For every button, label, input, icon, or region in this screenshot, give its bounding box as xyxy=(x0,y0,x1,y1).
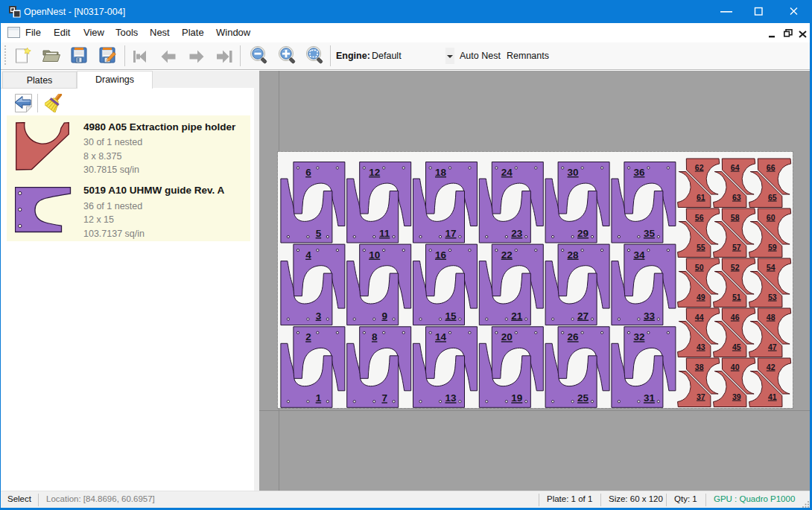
svg-text:16: 16 xyxy=(435,249,447,261)
svg-text:60: 60 xyxy=(767,213,775,222)
svg-text:12: 12 xyxy=(369,167,380,178)
svg-text:22: 22 xyxy=(501,249,513,261)
svg-text:54: 54 xyxy=(767,263,775,272)
svg-text:52: 52 xyxy=(731,263,740,272)
svg-text:28: 28 xyxy=(568,249,580,261)
svg-text:47: 47 xyxy=(768,342,777,351)
svg-text:63: 63 xyxy=(732,193,741,202)
svg-text:1: 1 xyxy=(316,392,322,404)
svg-text:5: 5 xyxy=(316,228,322,239)
svg-text:58: 58 xyxy=(731,213,740,222)
svg-text:48: 48 xyxy=(767,313,775,322)
svg-text:64: 64 xyxy=(731,163,740,172)
svg-text:61: 61 xyxy=(697,193,705,202)
svg-text:35: 35 xyxy=(644,228,656,239)
svg-text:4: 4 xyxy=(305,249,311,261)
svg-text:26: 26 xyxy=(568,331,580,342)
svg-text:39: 39 xyxy=(732,392,741,401)
svg-text:19: 19 xyxy=(511,392,522,404)
svg-text:56: 56 xyxy=(695,213,704,222)
svg-text:44: 44 xyxy=(695,313,704,322)
svg-text:57: 57 xyxy=(732,243,741,252)
svg-text:21: 21 xyxy=(511,310,523,322)
svg-text:66: 66 xyxy=(767,163,775,172)
svg-text:53: 53 xyxy=(768,293,777,302)
svg-text:62: 62 xyxy=(695,163,704,172)
svg-text:59: 59 xyxy=(768,243,777,252)
svg-text:14: 14 xyxy=(435,331,447,342)
svg-text:25: 25 xyxy=(577,392,589,404)
svg-text:38: 38 xyxy=(695,363,704,372)
svg-text:18: 18 xyxy=(435,167,447,178)
svg-text:2: 2 xyxy=(305,331,311,342)
svg-text:6: 6 xyxy=(305,167,311,178)
svg-text:37: 37 xyxy=(697,392,705,401)
svg-text:15: 15 xyxy=(445,310,457,322)
svg-text:23: 23 xyxy=(511,228,523,239)
svg-text:34: 34 xyxy=(633,249,645,261)
svg-text:36: 36 xyxy=(633,167,645,178)
svg-text:46: 46 xyxy=(731,313,740,322)
svg-text:40: 40 xyxy=(731,363,740,372)
svg-text:49: 49 xyxy=(697,293,705,302)
svg-text:9: 9 xyxy=(381,310,387,322)
svg-text:31: 31 xyxy=(644,392,656,404)
svg-text:8: 8 xyxy=(372,331,378,342)
svg-text:43: 43 xyxy=(697,342,705,351)
svg-text:17: 17 xyxy=(445,228,456,239)
svg-text:65: 65 xyxy=(768,193,777,202)
svg-text:13: 13 xyxy=(445,392,457,404)
svg-text:10: 10 xyxy=(369,249,380,261)
svg-text:3: 3 xyxy=(316,310,322,322)
svg-text:30: 30 xyxy=(568,167,579,178)
svg-text:55: 55 xyxy=(697,243,705,252)
svg-text:20: 20 xyxy=(501,331,513,342)
svg-text:27: 27 xyxy=(577,310,589,322)
svg-text:41: 41 xyxy=(768,392,777,401)
svg-text:45: 45 xyxy=(732,342,741,351)
svg-text:29: 29 xyxy=(577,228,589,239)
svg-text:11: 11 xyxy=(379,228,390,239)
svg-text:33: 33 xyxy=(644,310,656,322)
svg-text:24: 24 xyxy=(501,167,513,178)
svg-text:51: 51 xyxy=(732,293,741,302)
svg-text:50: 50 xyxy=(695,263,704,272)
svg-text:7: 7 xyxy=(381,392,387,404)
svg-text:42: 42 xyxy=(767,363,775,372)
svg-text:32: 32 xyxy=(633,331,644,342)
